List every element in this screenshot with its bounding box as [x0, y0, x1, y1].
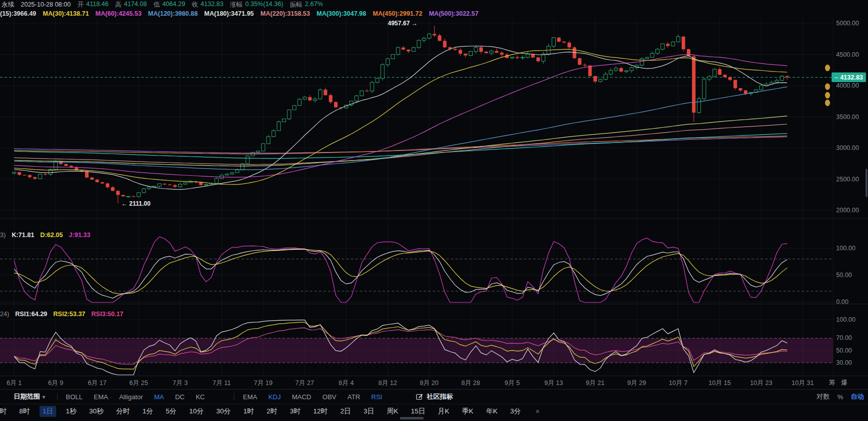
rsi-legend: 24) RSI1:64.29 RSI2:53.37 RSI3:50.17: [0, 310, 123, 318]
range-high-annotation: 4957.67 →: [388, 20, 418, 27]
indicator-ma[interactable]: MA: [154, 393, 164, 401]
ohlc-field: 高4174.08: [115, 1, 147, 9]
last-price-value: 4132.83: [840, 74, 863, 81]
community-indicators-button[interactable]: 社区指标: [416, 392, 453, 401]
timeframe-1分[interactable]: 1分: [140, 406, 156, 417]
timeframe-3分[interactable]: 3分: [507, 406, 524, 417]
price-axis-label: 4000.00: [836, 82, 859, 89]
toolbar-separator: [57, 393, 58, 400]
price-line-dash-icon: –: [835, 74, 838, 81]
kdj-axis-label: 50.00: [836, 272, 852, 279]
timeframe-30分[interactable]: 30分: [213, 406, 234, 417]
timeframe-15日[interactable]: 15日: [408, 406, 429, 417]
scale-option[interactable]: %: [837, 393, 843, 401]
ma-legend-item: MA(450):2991.72: [373, 10, 422, 17]
x-axis-tick: 10月 31: [792, 379, 814, 388]
field-label: 振幅: [290, 1, 303, 9]
scale-options-group: 对数%自动: [816, 390, 864, 404]
community-indicators-label: 社区指标: [427, 392, 453, 401]
x-axis-tick: 8月 4: [339, 379, 354, 388]
kdj-params-clipped: 3): [0, 232, 6, 239]
field-value: 4118.46: [86, 1, 108, 9]
rsi-axis-label: 50.00: [836, 347, 852, 354]
field-label: 高: [115, 1, 121, 9]
ohlc-bar: 永续 2025-10-28 08:00 开4118.46高4174.08低406…: [2, 0, 323, 9]
indicator-boll[interactable]: BOLL: [66, 393, 82, 401]
timeframe-10分[interactable]: 10分: [186, 406, 207, 417]
chevron-down-icon: ▾: [43, 394, 45, 400]
ohlc-fields: 开4118.46高4174.08低4064.29收4132.83涨幅0.35%(…: [77, 1, 323, 9]
ma-legend-item: MA(30):4138.71: [43, 10, 89, 17]
timeframe-1秒[interactable]: 1秒: [63, 406, 79, 417]
timeframe-2时[interactable]: 2时: [264, 406, 280, 417]
timeframe-周K[interactable]: 周K: [384, 406, 401, 417]
timeframe-5分[interactable]: 5分: [163, 406, 180, 417]
rsi-axis-label: 30.00: [836, 359, 852, 366]
date-range-button[interactable]: 日期范围 ▾: [14, 392, 45, 401]
sub-indicator-rsi[interactable]: RSI: [371, 393, 383, 401]
sub-indicator-macd[interactable]: MACD: [292, 393, 311, 401]
price-axis-label: 5000.00: [836, 20, 859, 27]
field-label: 收: [192, 1, 198, 9]
price-axis-label: 2500.00: [836, 176, 859, 183]
ma-legend-item: (15):3966.49: [0, 10, 36, 17]
x-axis-tick: 9月 13: [545, 379, 563, 388]
field-label: 涨幅: [230, 1, 243, 9]
symbol-contract-tag: 永续: [2, 1, 14, 9]
bar-datetime: 2025-10-28 08:00: [21, 1, 71, 8]
indicator-dc[interactable]: DC: [175, 393, 185, 401]
app-root: 永续 2025-10-28 08:00 开4118.46高4174.08低406…: [0, 0, 868, 421]
ma-legend-item: MA(500):3022.57: [429, 10, 478, 17]
x-axis-tick: 7月 3: [173, 379, 188, 388]
indicator-toolbar: 日期范围 ▾ BOLLEMAAlligatorMADCKC EMAKDJMACD…: [0, 389, 868, 403]
ma-legend-item: MA(60):4245.53: [96, 10, 142, 17]
timeframe-3日[interactable]: 3日: [360, 406, 377, 417]
timeframe-3时[interactable]: 3时: [287, 406, 304, 417]
ma-legend-item: MA(300):3047.98: [317, 10, 366, 17]
x-axis-tick: 9月 21: [586, 379, 605, 388]
indicator-ema[interactable]: EMA: [94, 393, 108, 401]
ohlc-field: 收4132.83: [192, 1, 224, 9]
timeframe-年K[interactable]: 年K: [483, 406, 501, 417]
field-value: 4174.08: [124, 1, 147, 9]
field-value: 2.67%: [305, 1, 323, 9]
timeframe-12时[interactable]: 12时: [310, 406, 331, 417]
liquidation-button[interactable]: 爆: [841, 378, 848, 387]
timeframe-分时[interactable]: 分时: [113, 406, 133, 417]
scale-option[interactable]: 对数: [816, 392, 830, 401]
timeframe-1时[interactable]: 1时: [240, 406, 257, 417]
rsi1-value: RSI1:64.29: [15, 311, 47, 318]
timeframe-bar: 4时8时1日1秒30秒分时1分5分10分30分1时2时3时12时2日3日周K15…: [0, 404, 868, 418]
indicator-kc[interactable]: KC: [196, 393, 205, 401]
field-label: 开: [77, 1, 84, 9]
horizontal-scrollbar-thumb[interactable]: [400, 417, 424, 419]
kdj-legend: 3) K:71.81 D:62.05 J:91.33: [0, 231, 91, 239]
sub-indicator-atr[interactable]: ATR: [347, 393, 360, 401]
sub-indicator-obv[interactable]: OBV: [322, 393, 336, 401]
x-axis-tick: 6月 1: [7, 379, 22, 388]
timeframe-4时[interactable]: 4时: [0, 406, 10, 417]
close-icon[interactable]: ×: [535, 407, 540, 415]
indicator-alligator[interactable]: Alligator: [119, 393, 143, 401]
rsi2-value: RSI2:53.37: [53, 311, 85, 318]
vertical-scrollbar-thumb[interactable]: [865, 169, 867, 197]
timeframe-1日[interactable]: 1日: [39, 406, 56, 417]
toolbar-separator: [234, 393, 234, 400]
chips-distribution-button[interactable]: 筹: [829, 378, 836, 387]
sub-indicator-kdj[interactable]: KDJ: [268, 393, 281, 401]
timeframe-30秒[interactable]: 30秒: [86, 406, 107, 417]
kdj-axis-label: 100.00: [836, 245, 855, 252]
timeframe-8时[interactable]: 8时: [16, 406, 33, 417]
timeframe-月K[interactable]: 月K: [435, 406, 452, 417]
sub-indicator-ema[interactable]: EMA: [243, 393, 257, 401]
price-axis-label: 2000.00: [836, 207, 859, 214]
x-axis-tick: 9月 29: [628, 379, 646, 388]
scale-option[interactable]: 自动: [851, 392, 864, 401]
edit-icon: [416, 393, 423, 400]
chart-canvas[interactable]: [0, 0, 868, 421]
x-axis-tick: 7月 11: [213, 379, 231, 388]
timeframe-季K[interactable]: 季K: [459, 406, 477, 417]
rsi3-value: RSI3:50.17: [92, 311, 123, 318]
ma-legend: (15):3966.49MA(30):4138.71MA(60):4245.53…: [0, 9, 478, 18]
timeframe-2日[interactable]: 2日: [337, 406, 354, 417]
